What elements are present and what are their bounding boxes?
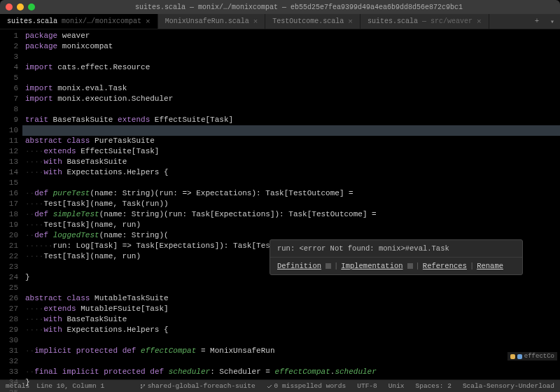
line-number: 16 bbox=[0, 188, 18, 199]
line-number: 34 bbox=[0, 377, 18, 388]
code-line: ····extends MutableFSuite[Task] bbox=[22, 304, 560, 314]
line-number: 6 bbox=[0, 83, 18, 94]
code-line bbox=[22, 388, 560, 392]
code-area[interactable]: package weaverpackage monixcompatimport … bbox=[22, 29, 560, 379]
code-line bbox=[22, 283, 560, 293]
tab-monix-unsafe-run[interactable]: MonixUnsafeRun.scala × bbox=[158, 14, 266, 29]
maximize-window-icon[interactable] bbox=[28, 4, 35, 10]
line-number: 2 bbox=[0, 41, 18, 52]
close-icon[interactable]: × bbox=[253, 18, 258, 26]
window-titlebar: suites.scala — monix/…/monixcompat — eb5… bbox=[0, 0, 560, 14]
code-line: ····with BaseTaskSuite bbox=[22, 157, 560, 167]
line-number: 21 bbox=[0, 241, 18, 251]
line-number: 12 bbox=[0, 146, 18, 157]
window-title: suites.scala — monix/…/monixcompat — eb5… bbox=[43, 4, 554, 11]
code-line bbox=[22, 104, 560, 115]
code-line: trait BaseTaskSuite extends EffectSuite[… bbox=[22, 115, 560, 125]
line-number: 3 bbox=[0, 52, 18, 62]
code-line: import cats.effect.Resource bbox=[22, 62, 560, 73]
line-number: 1 bbox=[0, 31, 18, 41]
code-line bbox=[22, 52, 560, 62]
code-line bbox=[22, 356, 560, 367]
editor-pane: 1234567891011121314151617181920212223242… bbox=[0, 29, 560, 379]
line-number: 10 bbox=[0, 125, 18, 136]
line-number: 9 bbox=[0, 115, 18, 125]
tab-suites-src-weaver[interactable]: suites.scala — src/weaver × bbox=[360, 14, 489, 29]
code-line: ··def pureTest(name: String)(run: => Exp… bbox=[22, 188, 560, 199]
code-line bbox=[22, 125, 560, 136]
line-number: 13 bbox=[0, 157, 18, 167]
tooltip-signature: run: <error Not found: monix>#eval.Task bbox=[270, 240, 522, 258]
line-number: 7 bbox=[0, 94, 18, 104]
code-line: ····with Expectations.Helpers { bbox=[22, 325, 560, 335]
code-line: ··final implicit protected def scheduler… bbox=[22, 367, 560, 377]
line-number: 29 bbox=[0, 325, 18, 335]
close-window-icon[interactable] bbox=[6, 4, 13, 10]
code-line: ····with BaseTaskSuite bbox=[22, 314, 560, 325]
code-line: ····Test[Task](name, Task(run)) bbox=[22, 199, 560, 209]
line-number: 15 bbox=[0, 178, 18, 188]
tab-sublabel: — src/weaver bbox=[422, 18, 472, 25]
tab-test-outcome[interactable]: TestOutcome.scala × bbox=[265, 14, 360, 29]
tooltip-action-references[interactable]: References bbox=[423, 262, 467, 270]
code-line: ··def simpleTest(name: String)(run: Task… bbox=[22, 209, 560, 220]
line-number: 28 bbox=[0, 314, 18, 325]
line-number: 22 bbox=[0, 251, 18, 262]
line-number: 31 bbox=[0, 346, 18, 356]
line-number: 24 bbox=[0, 272, 18, 283]
popup-icon bbox=[326, 263, 331, 269]
tooltip-action-definition[interactable]: Definition bbox=[277, 262, 321, 270]
tab-suites-monixcompat[interactable]: suites.scala monix/…/monixcompat × bbox=[0, 14, 158, 29]
code-line: import monix.execution.Scheduler bbox=[22, 94, 560, 104]
code-line: abstract class PureTaskSuite bbox=[22, 136, 560, 146]
code-line bbox=[22, 73, 560, 83]
line-number: 30 bbox=[0, 335, 18, 346]
code-line: } bbox=[22, 377, 560, 388]
line-number: 4 bbox=[0, 62, 18, 73]
line-number: 26 bbox=[0, 293, 18, 304]
line-number: 35 bbox=[0, 388, 18, 392]
close-icon[interactable]: × bbox=[477, 18, 482, 26]
new-tab-button[interactable]: + bbox=[529, 14, 545, 29]
traffic-lights bbox=[6, 4, 35, 10]
line-number: 11 bbox=[0, 136, 18, 146]
code-line: ··implicit protected def effectCompat = … bbox=[22, 346, 560, 356]
tab-label: MonixUnsafeRun.scala bbox=[165, 18, 249, 25]
popup-icon bbox=[407, 263, 413, 269]
tooltip-actions: Definition | Implementation | References… bbox=[270, 258, 522, 274]
code-line: package monixcompat bbox=[22, 41, 560, 52]
tooltip-action-implementation[interactable]: Implementation bbox=[341, 262, 402, 270]
line-number: 23 bbox=[0, 262, 18, 272]
indicator-dot-icon bbox=[510, 354, 515, 359]
line-number: 17 bbox=[0, 199, 18, 209]
minimize-window-icon[interactable] bbox=[17, 4, 24, 10]
code-line: ····extends EffectSuite[Task] bbox=[22, 146, 560, 157]
code-line: ····Test[Task](name, run) bbox=[22, 220, 560, 230]
line-number: 14 bbox=[0, 167, 18, 178]
side-usage-indicator[interactable]: effectCo bbox=[507, 352, 557, 360]
tab-sublabel: monix/…/monixcompat bbox=[62, 18, 141, 25]
hover-tooltip: run: <error Not found: monix>#eval.Task … bbox=[270, 239, 523, 275]
line-number: 27 bbox=[0, 304, 18, 314]
line-number-gutter: 1234567891011121314151617181920212223242… bbox=[0, 29, 22, 379]
close-icon[interactable]: × bbox=[348, 18, 353, 26]
tab-bar: suites.scala monix/…/monixcompat × Monix… bbox=[0, 14, 560, 29]
line-number: 5 bbox=[0, 73, 18, 83]
tab-menu-button[interactable]: ▾ bbox=[545, 14, 560, 29]
code-line: ····with Expectations.Helpers { bbox=[22, 167, 560, 178]
code-line: import monix.eval.Task bbox=[22, 83, 560, 94]
line-number: 32 bbox=[0, 356, 18, 367]
close-icon[interactable]: × bbox=[146, 18, 150, 26]
tab-label: suites.scala bbox=[7, 18, 57, 25]
code-line bbox=[22, 335, 560, 346]
side-indicator-label: effectCo bbox=[524, 353, 554, 360]
code-line bbox=[22, 178, 560, 188]
code-line: package weaver bbox=[22, 31, 560, 41]
tooltip-action-rename[interactable]: Rename bbox=[477, 262, 503, 270]
code-line: abstract class MutableTaskSuite bbox=[22, 293, 560, 304]
tab-label: suites.scala bbox=[368, 18, 418, 25]
line-number: 25 bbox=[0, 283, 18, 293]
indicator-dot-icon bbox=[517, 354, 522, 359]
line-number: 8 bbox=[0, 104, 18, 115]
line-number: 19 bbox=[0, 220, 18, 230]
